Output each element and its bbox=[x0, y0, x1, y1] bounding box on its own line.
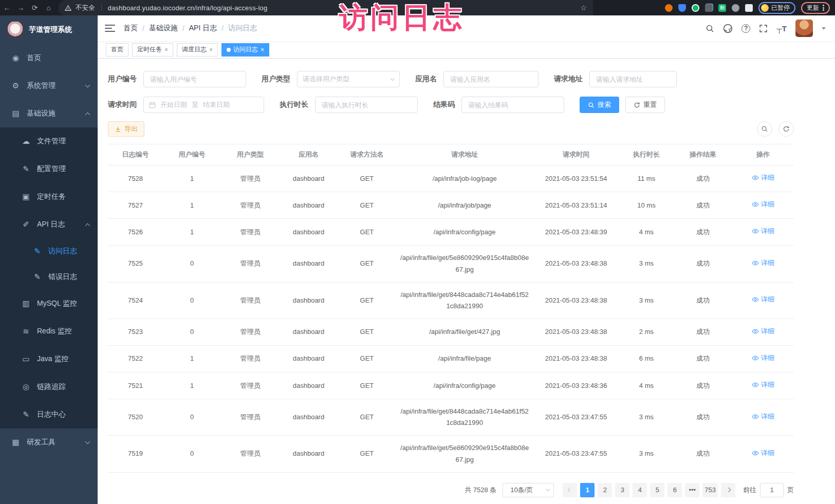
sidebar-item-system-management[interactable]: ⚙ 系统管理 bbox=[0, 72, 98, 100]
search-button[interactable]: 搜索 bbox=[580, 97, 619, 113]
sidebar-item-api-log[interactable]: ✐ API 日志 bbox=[0, 211, 98, 238]
detail-link[interactable]: 详细 bbox=[752, 447, 774, 459]
browser-menu-icon[interactable] bbox=[823, 4, 824, 12]
tag-dispatch-log[interactable]: 调度日志 × bbox=[177, 43, 218, 57]
sidebar-item-error-log[interactable]: ✎ 错误日志 bbox=[0, 264, 98, 290]
result-code-input[interactable] bbox=[461, 97, 564, 113]
sidebar-item-java-monitor[interactable]: ▭ Java 监控 bbox=[0, 345, 98, 373]
page-button[interactable]: 1 bbox=[580, 483, 595, 497]
sidebar-item-scheduled-jobs[interactable]: ▣ 定时任务 bbox=[0, 183, 98, 211]
sidebar-item-redis-monitor[interactable]: ≋ Redis 监控 bbox=[0, 318, 98, 345]
github-icon[interactable] bbox=[723, 24, 733, 33]
cell-app-name: dashboard bbox=[280, 165, 338, 192]
refresh-icon bbox=[634, 102, 640, 108]
page-button[interactable]: 4 bbox=[633, 483, 647, 497]
detail-link[interactable]: 详细 bbox=[752, 257, 774, 269]
sidebar-item-file-management[interactable]: ☁ 文件管理 bbox=[0, 127, 98, 155]
update-button[interactable]: 更新 bbox=[801, 2, 830, 14]
sidebar-item-dev-tools[interactable]: ▦ 研发工具 bbox=[0, 428, 98, 456]
reset-button[interactable]: 重置 bbox=[625, 97, 665, 113]
prev-page-button[interactable] bbox=[563, 483, 577, 497]
extensions-puzzle-icon[interactable] bbox=[745, 4, 753, 12]
cell-action: 详细 bbox=[732, 345, 794, 372]
page-button[interactable]: 5 bbox=[650, 483, 664, 497]
app-name-input[interactable] bbox=[443, 71, 539, 87]
request-time-range-picker[interactable]: 开始日期 至 结束日期 bbox=[143, 97, 264, 113]
detail-link[interactable]: 详细 bbox=[752, 411, 774, 422]
detail-link[interactable]: 详细 bbox=[752, 326, 774, 337]
cell-user-id: 0 bbox=[163, 246, 221, 282]
detail-link[interactable]: 详细 bbox=[752, 172, 774, 183]
sidebar-item-config-management[interactable]: ✎ 配置管理 bbox=[0, 155, 98, 183]
page-button[interactable]: 2 bbox=[598, 483, 612, 497]
sidebar-item-infrastructure[interactable]: ▤ 基础设施 bbox=[0, 100, 98, 127]
fullscreen-icon[interactable] bbox=[759, 24, 768, 33]
bookmark-star-icon[interactable]: ☆ bbox=[580, 4, 587, 12]
detail-link[interactable]: 详细 bbox=[752, 379, 774, 390]
close-icon[interactable]: × bbox=[164, 46, 168, 53]
duration-input[interactable] bbox=[315, 97, 418, 113]
cell-result: 成功 bbox=[674, 345, 732, 372]
extensions-area: 翻 已暂停 更新 bbox=[593, 2, 835, 14]
table-row: 7526 1 管理员 dashboard GET /api/infra/conf… bbox=[108, 219, 794, 246]
cell-request-time: 2021-05-03 23:48:38 bbox=[533, 282, 619, 319]
tag-home[interactable]: 首页 bbox=[106, 43, 128, 57]
browser-back-icon[interactable]: ← bbox=[0, 4, 14, 12]
browser-home-icon[interactable]: ⌂ bbox=[42, 4, 55, 12]
extension-icon[interactable] bbox=[692, 4, 699, 12]
translate-extension-icon[interactable]: 翻 bbox=[718, 4, 726, 12]
goto-page-input[interactable] bbox=[760, 483, 784, 497]
extension-icon[interactable] bbox=[732, 4, 739, 12]
sidebar-item-home[interactable]: ◉ 首页 bbox=[0, 44, 98, 72]
detail-link[interactable]: 详细 bbox=[752, 199, 774, 210]
browser-reload-icon[interactable]: ⟳ bbox=[28, 4, 42, 12]
export-button[interactable]: 导出 bbox=[108, 121, 144, 137]
close-icon[interactable]: × bbox=[209, 46, 213, 53]
request-url-input[interactable] bbox=[589, 71, 677, 87]
detail-link[interactable]: 详细 bbox=[752, 294, 774, 305]
page-size-select[interactable]: 10条/页 bbox=[503, 483, 554, 497]
detail-link[interactable]: 详细 bbox=[752, 352, 774, 364]
breadcrumb-item[interactable]: API 日志 bbox=[189, 24, 217, 33]
page-button[interactable]: 3 bbox=[615, 483, 629, 497]
avatar[interactable] bbox=[795, 20, 813, 37]
page-button[interactable]: 6 bbox=[667, 483, 682, 497]
table-row: 7519 0 管理员 dashboard GET /api/infra/file… bbox=[108, 436, 794, 472]
app-logo[interactable]: 芋道管理系统 bbox=[0, 15, 98, 44]
tag-access-log[interactable]: 访问日志 × bbox=[221, 43, 269, 57]
user-id-input[interactable] bbox=[143, 71, 246, 87]
breadcrumb-item[interactable]: 首页 bbox=[123, 24, 138, 33]
table-header-row: 日志编号 用户编号 用户类型 应用名 请求方法名 请求地址 请求时间 执行时长 … bbox=[108, 144, 794, 165]
cell-request-url: /api/infra/config/page bbox=[396, 219, 533, 246]
extension-icon[interactable] bbox=[665, 4, 673, 12]
user-menu-caret-icon[interactable] bbox=[822, 27, 826, 30]
help-icon[interactable]: ? bbox=[741, 24, 750, 33]
sidebar-item-log-center[interactable]: ✎ 日志中心 bbox=[0, 401, 98, 428]
tag-scheduled-jobs[interactable]: 定时任务 × bbox=[132, 43, 173, 57]
more-pages-button[interactable]: ••• bbox=[685, 483, 699, 497]
browser-forward-icon[interactable]: → bbox=[14, 4, 28, 12]
sidebar-item-trace[interactable]: ◎ 链路追踪 bbox=[0, 373, 98, 401]
sidebar-item-mysql-monitor[interactable]: ▥ MySQL 监控 bbox=[0, 290, 98, 318]
refresh-table-button[interactable] bbox=[778, 121, 794, 137]
detail-link[interactable]: 详细 bbox=[752, 226, 774, 237]
breadcrumb-item[interactable]: 基础设施 bbox=[149, 24, 178, 33]
cell-user-type: 管理员 bbox=[221, 372, 279, 399]
close-icon[interactable]: × bbox=[261, 46, 264, 53]
paused-badge[interactable]: 已暂停 bbox=[758, 2, 795, 14]
sidebar-item-access-log[interactable]: ✎ 访问日志 bbox=[0, 238, 98, 264]
cell-app-name: dashboard bbox=[280, 282, 338, 319]
page-button[interactable]: 753 bbox=[702, 483, 718, 497]
detail-link-label: 详细 bbox=[761, 199, 774, 210]
hamburger-icon[interactable] bbox=[105, 23, 115, 34]
extension-icon[interactable] bbox=[705, 4, 713, 12]
address-bar[interactable]: 不安全 dashboard.yudao.iocoder.cn/infra/log… bbox=[59, 0, 593, 15]
user-type-select[interactable]: 请选择用户类型 bbox=[297, 71, 400, 87]
hide-search-button[interactable] bbox=[757, 121, 772, 137]
extension-icon[interactable] bbox=[678, 4, 686, 12]
search-icon bbox=[761, 125, 768, 133]
cell-action: 详细 bbox=[732, 372, 794, 399]
next-page-button[interactable] bbox=[721, 483, 735, 497]
search-icon[interactable] bbox=[706, 24, 714, 33]
font-size-icon[interactable]: ┬T bbox=[776, 24, 787, 33]
